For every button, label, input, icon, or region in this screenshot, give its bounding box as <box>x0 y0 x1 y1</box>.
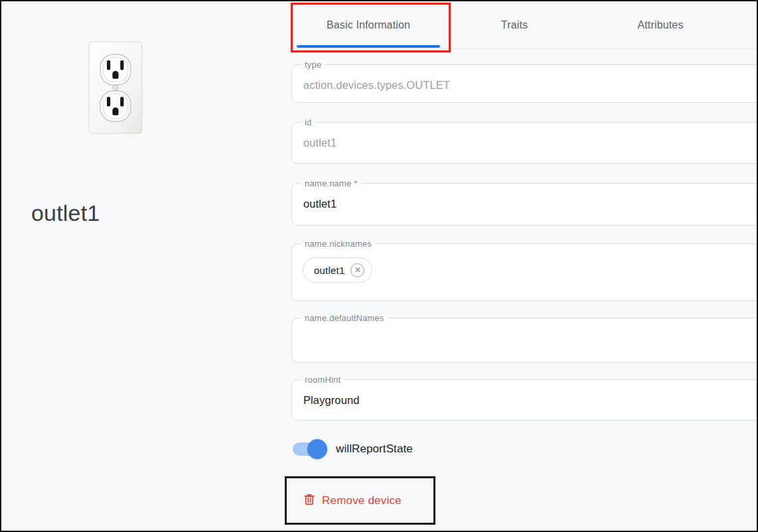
remove-device-button[interactable]: Remove device <box>297 488 407 513</box>
field-name-nicknames-label: name.nicknames <box>301 239 375 249</box>
field-id-input: outlet1 <box>303 127 758 149</box>
trash-icon <box>302 492 317 509</box>
tab-attributes[interactable]: Attributes <box>587 1 733 48</box>
field-id-label: id <box>301 117 315 127</box>
remove-device-label: Remove device <box>322 494 402 507</box>
field-name-name-input[interactable]: outlet1 <box>303 188 758 210</box>
tab-traits[interactable]: Traits <box>441 1 587 48</box>
tab-traits-label: Traits <box>501 19 528 31</box>
device-title: outlet1 <box>31 200 100 226</box>
field-name-defaultnames: name.defaultNames <box>291 313 758 363</box>
device-outlet-image <box>88 41 143 134</box>
device-editor-screen: outlet1 Basic Information Traits Attribu… <box>0 0 758 532</box>
field-roomhint: roomHint Playground <box>291 375 758 421</box>
field-name-name-label: name.name * <box>301 178 361 188</box>
field-id: id outlet1 <box>291 117 758 164</box>
field-type: type action.devices.types.OUTLET <box>291 60 758 103</box>
tab-basic-information-label: Basic Information <box>327 19 410 31</box>
willreportstate-label: willReportState <box>336 442 413 456</box>
field-name-nicknames: name.nicknames outlet1 ✕ <box>291 239 758 301</box>
field-name-name: name.name * outlet1 <box>291 178 758 226</box>
willreportstate-row: willReportState <box>293 439 413 459</box>
tab-attributes-label: Attributes <box>637 19 683 31</box>
field-roomhint-input[interactable]: Playground <box>303 385 758 407</box>
nickname-chip-text: outlet1 <box>314 265 344 276</box>
black-annotation-box: Remove device <box>285 476 435 525</box>
tab-bar: Basic Information Traits Attributes <box>291 1 757 49</box>
willreportstate-toggle[interactable] <box>293 442 326 456</box>
tab-basic-information[interactable]: Basic Information <box>295 1 441 48</box>
active-tab-indicator <box>297 45 440 48</box>
field-name-defaultnames-label: name.defaultNames <box>301 313 388 323</box>
field-name-defaultnames-input[interactable] <box>303 323 758 332</box>
remove-nickname-icon[interactable]: ✕ <box>350 263 364 277</box>
nickname-chip[interactable]: outlet1 ✕ <box>303 257 372 283</box>
field-roomhint-label: roomHint <box>301 375 344 385</box>
toggle-thumb <box>307 439 327 459</box>
field-type-input: action.devices.types.OUTLET <box>303 70 758 92</box>
field-type-label: type <box>301 60 325 70</box>
